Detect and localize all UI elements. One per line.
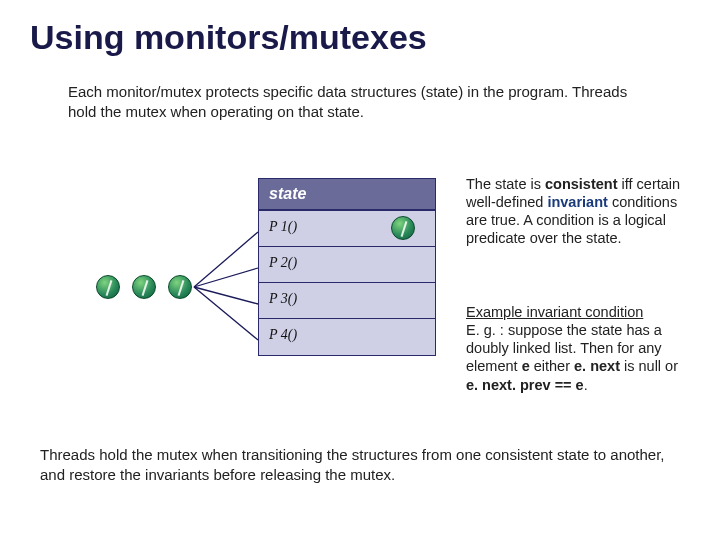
thread-icon [132,275,156,299]
footer-paragraph: Threads hold the mutex when transitionin… [40,445,680,484]
text-enext: e. next [574,358,620,374]
monitor-box: state P 1() P 2() P 3() P 4() [258,178,436,356]
text-invariant: invariant [547,194,607,210]
right-paragraph-consistency: The state is consistent iff certain well… [466,175,691,248]
text: . [584,377,588,393]
monitor-row-label: P 3() [269,291,297,306]
right-paragraph-example: Example invariant condition E. g. : supp… [466,303,691,394]
text: either [530,358,574,374]
intro-paragraph: Each monitor/mutex protects specific dat… [68,82,638,121]
monitor-row-label: P 2() [269,255,297,270]
text: The state is [466,176,545,192]
monitor-row-p1: P 1() [259,211,435,247]
svg-line-3 [194,287,258,340]
text-expr: e. next. prev == e [466,377,584,393]
monitor-row-p4: P 4() [259,319,435,355]
monitor-row-label: P 4() [269,327,297,342]
svg-line-2 [194,287,258,304]
text: is null or [620,358,678,374]
text-example-heading: Example invariant condition [466,304,643,320]
text-consistent: consistent [545,176,618,192]
slide-title: Using monitors/mutexes [30,18,427,57]
thread-icon [168,275,192,299]
text-e: e [522,358,530,374]
thread-icon [96,275,120,299]
monitor-row-label: P 1() [269,219,297,234]
svg-line-0 [194,232,258,287]
svg-line-1 [194,268,258,287]
monitor-header: state [259,179,435,211]
thread-icon [391,216,415,240]
monitor-row-p3: P 3() [259,283,435,319]
monitor-row-p2: P 2() [259,247,435,283]
